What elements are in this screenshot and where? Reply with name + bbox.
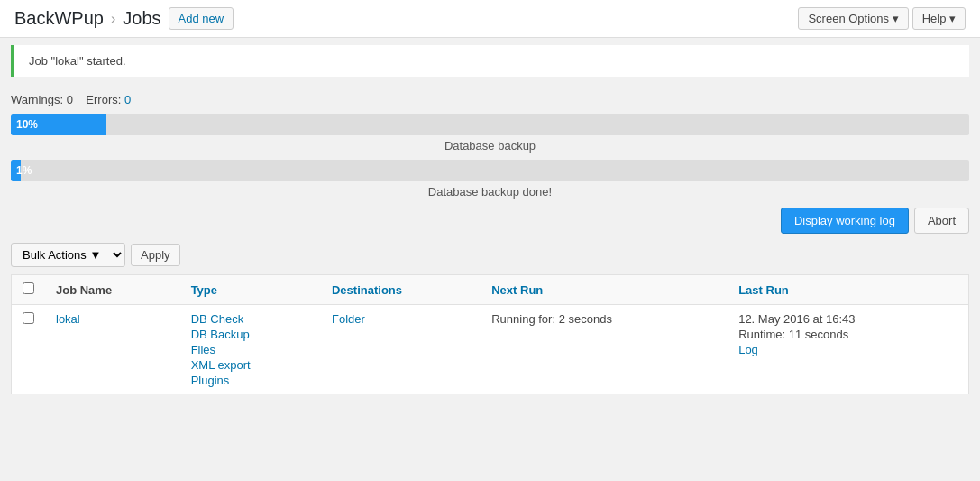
col-header-type: Type <box>180 275 321 305</box>
col-header-check <box>12 275 46 305</box>
action-row: Display working log Abort <box>11 208 969 234</box>
top-bar-right: Screen Options ▾ Help ▾ <box>798 7 966 30</box>
last-run-date: 12. May 2016 at 16:43 <box>738 312 957 326</box>
table-header: Job Name Type Destinations Next Run Last… <box>12 275 969 305</box>
last-run-log-link[interactable]: Log <box>738 343 758 356</box>
type-list: DB Check DB Backup Files XML export Plug… <box>191 312 310 387</box>
row-check-cell <box>12 305 46 395</box>
secondary-progress-label: 1% <box>16 164 32 177</box>
errors-label: Errors: <box>86 93 121 106</box>
errors-count: 0 <box>124 93 131 106</box>
secondary-progress-bar-container: 1% <box>11 160 969 181</box>
display-working-log-button[interactable]: Display working log <box>781 208 909 234</box>
row-destinations-cell: Folder <box>321 305 481 395</box>
type-link-xml-export[interactable]: XML export <box>191 358 310 372</box>
table-body: lokal DB Check DB Backup Files XML expor… <box>12 305 969 395</box>
stats-row: Warnings: 0 Errors: 0 <box>11 84 969 114</box>
select-all-checkbox[interactable] <box>23 282 34 294</box>
type-link-db-backup[interactable]: DB Backup <box>191 328 310 341</box>
abort-button[interactable]: Abort <box>914 208 969 234</box>
last-run-log: Log <box>738 343 957 356</box>
secondary-progress-description: Database backup done! <box>11 185 969 199</box>
main-content: Warnings: 0 Errors: 0 10% Database backu… <box>0 84 980 406</box>
help-button[interactable]: Help ▾ <box>912 7 966 30</box>
primary-progress-description: Database backup <box>11 139 969 153</box>
destination-link[interactable]: Folder <box>332 312 365 326</box>
secondary-progress-section: 1% Database backup done! <box>11 160 969 199</box>
top-bar-left: BackWPup › Jobs Add new <box>14 7 234 30</box>
row-last-run-cell: 12. May 2016 at 16:43 Runtime: 11 second… <box>728 305 968 395</box>
secondary-progress-bar-fill: 1% <box>11 160 21 181</box>
job-name-link[interactable]: lokal <box>56 312 80 326</box>
row-next-run-cell: Running for: 2 seconds <box>481 305 728 395</box>
col-header-last-run: Last Run <box>728 275 968 305</box>
warnings-count: 0 <box>67 93 73 106</box>
last-run-runtime: Runtime: 11 seconds <box>738 328 957 341</box>
type-link-files[interactable]: Files <box>191 343 310 356</box>
col-header-destinations: Destinations <box>321 275 481 305</box>
row-checkbox[interactable] <box>23 312 34 324</box>
primary-progress-bar-fill: 10% <box>11 114 106 135</box>
app-name: BackWPup <box>14 8 104 29</box>
col-header-job-name: Job Name <box>45 275 180 305</box>
apply-button[interactable]: Apply <box>131 244 180 266</box>
type-link-plugins[interactable]: Plugins <box>191 374 310 387</box>
breadcrumb-separator: › <box>111 11 115 27</box>
primary-progress-bar-container: 10% <box>11 114 969 135</box>
notice-message: Job "lokal" started. <box>29 54 126 68</box>
bulk-actions-row: Bulk Actions ▼ Apply <box>11 243 969 267</box>
row-type-cell: DB Check DB Backup Files XML export Plug… <box>180 305 321 395</box>
bulk-actions-select[interactable]: Bulk Actions ▼ <box>11 243 125 267</box>
primary-progress-label: 10% <box>16 118 38 131</box>
row-job-name-cell: lokal <box>45 305 180 395</box>
type-link-db-check[interactable]: DB Check <box>191 312 310 326</box>
primary-progress-section: 10% Database backup <box>11 114 969 153</box>
jobs-table: Job Name Type Destinations Next Run Last… <box>11 274 969 395</box>
add-new-button[interactable]: Add new <box>169 7 234 30</box>
table-row: lokal DB Check DB Backup Files XML expor… <box>12 305 969 395</box>
page-title: Jobs <box>123 8 160 29</box>
warnings-label: Warnings: <box>11 93 63 106</box>
table-header-row: Job Name Type Destinations Next Run Last… <box>12 275 969 305</box>
next-run-text: Running for: 2 seconds <box>491 312 612 326</box>
notice-bar: Job "lokal" started. <box>11 45 969 77</box>
col-header-next-run: Next Run <box>481 275 728 305</box>
screen-options-button[interactable]: Screen Options ▾ <box>798 7 908 30</box>
top-bar: BackWPup › Jobs Add new Screen Options ▾… <box>0 0 980 38</box>
